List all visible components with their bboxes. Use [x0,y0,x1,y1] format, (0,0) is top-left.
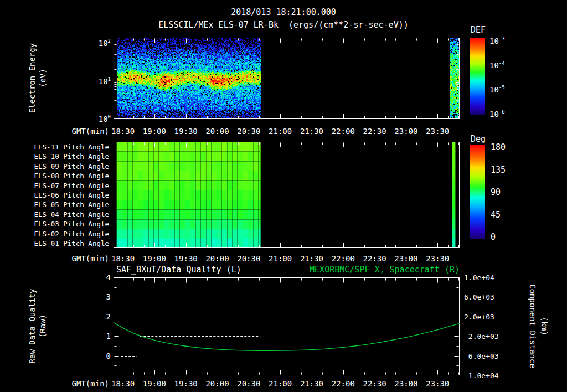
deg-colorbar-tick-label: 45 [491,210,501,220]
time-tick-label: 19:00 [141,127,168,136]
distance-axis-label: Component Distance [528,284,537,368]
time-tick-label: 18:30 [109,379,137,388]
distance-tick-label: 2.0e+03 [464,313,494,321]
time-tick-label: 23:00 [392,254,420,263]
gmt-label-1: GMT(min) [57,127,109,136]
time-tick-label: 19:30 [172,254,200,263]
pitch-row-label: ELS-05 Pitch Angle [0,200,109,209]
time-tick-label: 22:00 [329,379,357,388]
pitch-row-label: ELS-09 Pitch Angle [0,162,109,171]
time-tick-label: 21:00 [266,254,294,263]
time-tick-label: 21:30 [298,379,326,388]
time-tick-label: 20:00 [204,379,231,388]
pitch-row-label: ELS-10 Pitch Angle [0,152,109,161]
quality-axis-label: Raw Data Quality [28,289,37,364]
energy-spectrogram-canvas [114,38,460,119]
time-tick-label: 18:30 [109,254,137,263]
deg-colorbar-tick-label: 0 [491,232,496,242]
time-tick-label: 20:30 [235,254,262,263]
quality-tick-label: 1 [93,332,111,341]
time-tick-label: 23:00 [392,127,420,136]
quality-tick-label: 3 [93,292,111,301]
time-tick-label: 22:30 [361,127,389,136]
pitch-row-label: ELS-02 Pitch Angle [0,230,109,238]
def-colorbar-tick-label: 10-5 [489,85,505,94]
def-colorbar-tick-label: 10-4 [489,60,505,70]
pitch-row-label: ELS-07 Pitch Angle [0,182,109,190]
time-tick-label: 19:30 [172,127,200,136]
distance-tick-label: 1.0e+04 [464,274,494,282]
quality-series-title: SAF_BXuT/Data Quality (L) [116,265,241,275]
distance-tick-label: -2.0e+03 [464,332,499,341]
time-tick-label: 20:00 [204,127,231,136]
pitch-row-label: ELS-04 Pitch Angle [0,210,109,219]
time-tick-label: 22:00 [329,254,357,263]
deg-colorbar-title: Deg [471,134,486,144]
distance-tick-label: -1.0e+04 [464,372,499,380]
pitch-row-label: ELS-03 Pitch Angle [0,220,109,228]
time-tick-label: 23:30 [424,379,451,388]
def-colorbar-title: DEF [471,25,486,35]
page-title-datetime: 2018/013 18:21:00.000 [231,7,336,17]
gmt-label-2: GMT(min) [57,254,109,263]
pitch-row-label: ELS-06 Pitch Angle [0,191,109,199]
quality-tick-label: 0 [93,352,111,360]
time-tick-label: 22:30 [361,379,389,388]
deg-colorbar-tick-label: 90 [491,187,501,197]
time-tick-label: 19:00 [141,254,168,263]
deg-colorbar [470,145,485,239]
deg-colorbar-tick-label: 135 [491,165,506,175]
quality-axis-units: (Raw) [38,314,47,338]
quality-tick-label: 2 [93,312,111,321]
plot-viewer: 2018/013 18:21:00.000 ELSSCIL/MEx ELS-07… [0,0,567,392]
deg-colorbar-tick-label: 180 [491,142,506,152]
distance-tick-label: -6.0e+03 [464,352,499,360]
time-tick-label: 20:30 [235,127,262,136]
time-tick-label: 22:00 [329,127,357,136]
energy-tick-label: 101 [82,76,111,86]
def-colorbar-tick-label: 10-6 [489,109,505,118]
time-tick-label: 21:30 [298,127,326,136]
quality-tick-label: 4 [93,273,111,282]
pitch-row-label: ELS-11 Pitch Angle [0,143,109,151]
time-tick-label: 22:30 [361,254,389,263]
time-tick-label: 19:30 [172,379,200,388]
distance-axis-units: (km) [540,317,549,336]
quality-distance-canvas [114,277,460,375]
time-tick-label: 21:00 [266,379,294,388]
time-tick-label: 21:00 [266,127,294,136]
time-tick-label: 23:30 [424,127,451,136]
spacecraft-series-title: MEXORBMC/SPF X, Spacecraft (R) [310,265,460,275]
pitch-angle-canvas [114,142,460,248]
time-tick-label: 23:00 [392,379,420,388]
time-tick-label: 23:30 [424,254,451,263]
time-tick-label: 18:30 [109,127,137,136]
energy-axis-label: Electron Energy [28,43,37,113]
energy-tick-label: 102 [82,38,111,48]
def-colorbar [470,38,485,115]
instrument-label: ELSSCIL/MEx ELS-07 LR-Bk [158,20,279,30]
time-tick-label: 19:00 [141,379,168,388]
distance-tick-label: 6.0e+03 [464,293,494,301]
time-tick-label: 20:30 [235,379,262,388]
pitch-row-label: ELS-01 Pitch Angle [0,239,109,247]
energy-axis-units: (eV) [38,69,47,87]
units-label: (ergs/(cm**2-sr-sec-eV)) [288,20,409,30]
def-colorbar-tick-label: 10-3 [489,36,505,45]
energy-tick-label: 100 [82,114,111,123]
pitch-row-label: ELS-08 Pitch Angle [0,172,109,180]
gmt-label-3: GMT(min) [57,379,109,388]
time-tick-label: 20:00 [204,254,231,263]
page-title-instrument: ELSSCIL/MEx ELS-07 LR-Bk(ergs/(cm**2-sr-… [158,20,409,30]
time-tick-label: 21:30 [298,254,326,263]
